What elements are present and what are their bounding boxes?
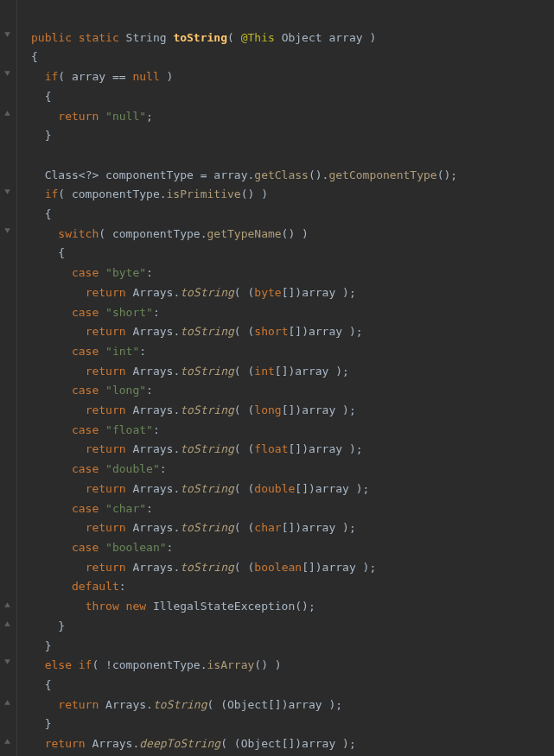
code-line: throw new IllegalStateException(); (31, 600, 315, 613)
code-line: case "byte": (31, 266, 153, 279)
code-line: switch( componentType.getTypeName() ) (31, 227, 309, 240)
code-line: return Arrays.deepToString( (Object[])ar… (31, 737, 356, 750)
code-editor[interactable]: public static String toString( @This Obj… (17, 0, 457, 756)
code-line: case "float": (31, 423, 160, 436)
code-line: return Arrays.toString( (byte[])array ); (31, 286, 356, 299)
code-line: else if( !componentType.isArray() ) (31, 658, 282, 671)
code-line: return "null"; (31, 110, 153, 123)
fold-icon[interactable] (3, 69, 12, 79)
code-line: return Arrays.toString( (int[])array ); (31, 365, 349, 378)
code-line: Class<?> componentType = array.getClass(… (31, 168, 457, 181)
code-line: case "boolean": (31, 541, 173, 554)
code-line: { (31, 90, 51, 103)
fold-icon[interactable] (3, 736, 12, 746)
code-line: case "double": (31, 462, 167, 475)
code-line: if( componentType.isPrimitive() ) (31, 187, 268, 200)
fold-icon[interactable] (3, 619, 12, 628)
code-line: case "short": (31, 306, 160, 319)
fold-icon[interactable] (3, 30, 12, 40)
code-line: return Arrays.toString( (boolean[])array… (31, 561, 376, 574)
fold-icon[interactable] (3, 108, 12, 118)
code-line: if( array == null ) (31, 70, 173, 83)
code-line: return Arrays.toString( (short[])array )… (31, 325, 363, 338)
code-line: { (31, 50, 38, 63)
code-line: default: (31, 580, 126, 593)
fold-icon[interactable] (3, 697, 12, 707)
fold-icon[interactable] (3, 600, 12, 609)
code-line: } (31, 619, 65, 632)
code-line: { (31, 678, 51, 691)
fold-icon[interactable] (3, 226, 12, 236)
code-line: case "int": (31, 345, 146, 358)
code-line: { (31, 246, 65, 259)
code-line: return Arrays.toString( (long[])array ); (31, 403, 356, 416)
fold-icon[interactable] (3, 658, 12, 667)
code-line: } (31, 639, 51, 652)
code-line: } (31, 717, 51, 730)
code-line: return Arrays.toString( (Object[])array … (31, 698, 342, 711)
code-line: return Arrays.toString( (double[])array … (31, 482, 369, 495)
code-line: { (31, 207, 51, 220)
code-line: case "long": (31, 384, 153, 397)
gutter (0, 0, 17, 756)
code-line: } (31, 129, 51, 142)
code-line: return Arrays.toString( (float[])array )… (31, 442, 363, 455)
code-line: case "char": (31, 502, 153, 515)
code-line: public static String toString( @This Obj… (31, 31, 376, 44)
fold-icon[interactable] (3, 187, 12, 197)
code-line: return Arrays.toString( (char[])array ); (31, 521, 356, 534)
